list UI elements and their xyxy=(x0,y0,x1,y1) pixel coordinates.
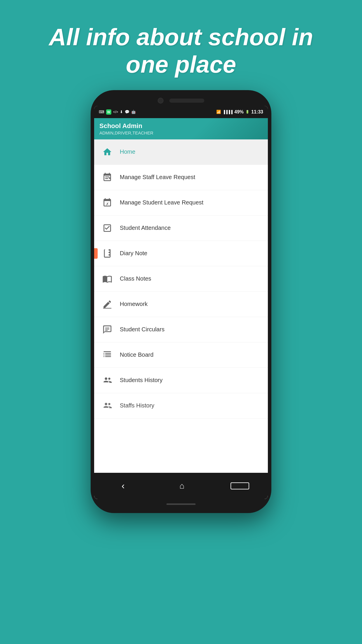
notification-badge xyxy=(94,248,98,259)
svg-rect-3 xyxy=(103,308,111,308)
chat-notification-icon: 💬 xyxy=(125,110,129,114)
pencil-icon xyxy=(100,297,115,312)
clock: 11:33 xyxy=(251,109,263,115)
open-book-icon xyxy=(100,272,115,286)
bottom-navigation: ‹ ⌂ xyxy=(94,473,268,499)
menu-item-home[interactable]: Home xyxy=(94,139,268,165)
menu-label-student-circulars: Student Circulars xyxy=(120,326,164,333)
battery-level: 49% xyxy=(234,109,244,115)
svg-text:✗: ✗ xyxy=(106,202,109,206)
menu-item-students-history[interactable]: Students History xyxy=(94,368,268,393)
signal-icon: ▐▐▐▐ xyxy=(223,110,233,114)
headline-line1: All info about school in xyxy=(49,24,313,50)
menu-label-manage-student-leave: Manage Student Leave Request xyxy=(120,199,203,206)
phone-device: ⌨ W </> ⬇ 💬 🤖 📶 ▐▐▐▐ 49% 🔋 11:33 School … xyxy=(91,90,271,513)
phone-speaker xyxy=(169,99,204,103)
menu-label-homework: Homework xyxy=(120,301,148,307)
menu-item-staffs-history[interactable]: Staffs History xyxy=(94,393,268,419)
list-icon xyxy=(100,348,115,362)
app-header: School Admin ADMIN,DRIVER,TEACHER xyxy=(94,118,268,139)
menu-label-class-notes: Class Notes xyxy=(120,275,151,282)
status-bar: ⌨ W </> ⬇ 💬 🤖 📶 ▐▐▐▐ 49% 🔋 11:33 xyxy=(94,106,268,118)
svg-point-10 xyxy=(105,403,108,405)
back-button[interactable]: ‹ xyxy=(113,477,133,494)
menu-label-students-history: Students History xyxy=(120,377,163,384)
status-right-info: 📶 ▐▐▐▐ 49% 🔋 11:33 xyxy=(216,109,263,115)
recent-apps-button[interactable] xyxy=(231,482,249,489)
people-icon xyxy=(100,373,115,388)
usb-icon: ⬇ xyxy=(120,110,123,114)
calendar-x2-icon: ✗ xyxy=(100,195,115,210)
chat-icon xyxy=(100,322,115,337)
people2-icon xyxy=(100,398,115,413)
home-icon xyxy=(100,145,115,159)
menu-item-class-notes[interactable]: Class Notes xyxy=(94,266,268,292)
headline: All info about school in one place xyxy=(31,0,331,90)
status-left-icons: ⌨ W </> ⬇ 💬 🤖 xyxy=(99,109,136,115)
menu-item-student-circulars[interactable]: Student Circulars xyxy=(94,317,268,342)
menu-label-notice-board: Notice Board xyxy=(120,351,154,358)
menu-label-home: Home xyxy=(120,148,135,155)
battery-icon: 🔋 xyxy=(245,110,249,114)
svg-rect-7 xyxy=(103,351,111,352)
phone-screen: ⌨ W </> ⬇ 💬 🤖 📶 ▐▐▐▐ 49% 🔋 11:33 School … xyxy=(94,106,268,499)
menu-item-manage-student-leave[interactable]: ✗ Manage Student Leave Request xyxy=(94,190,268,216)
menu-label-staffs-history: Staffs History xyxy=(120,402,154,409)
menu-item-diary-note[interactable]: Diary Note xyxy=(94,241,268,266)
menu-label-manage-staff-leave: Manage Staff Leave Request xyxy=(120,174,195,181)
headline-line2: one place xyxy=(126,51,236,78)
phone-bottom xyxy=(94,499,268,510)
android-icon: 🤖 xyxy=(131,110,136,114)
navigation-drawer: Home Manage Staff Leave Request ✗ Manage… xyxy=(94,139,268,473)
whatsapp-icon: W xyxy=(106,109,111,115)
keyboard-icon: ⌨ xyxy=(99,110,104,114)
home-indicator xyxy=(166,503,196,505)
menu-item-notice-board[interactable]: Notice Board xyxy=(94,342,268,368)
book-icon xyxy=(100,246,115,261)
menu-item-homework[interactable]: Homework xyxy=(94,292,268,317)
svg-point-11 xyxy=(108,403,110,405)
phone-camera xyxy=(158,98,164,104)
menu-item-student-attendance[interactable]: Student Attendance xyxy=(94,216,268,241)
checkbox-icon xyxy=(100,221,115,235)
home-button[interactable]: ⌂ xyxy=(171,478,193,494)
svg-point-9 xyxy=(108,377,110,379)
menu-label-diary-note: Diary Note xyxy=(120,250,147,257)
wifi-icon: 📶 xyxy=(216,110,221,114)
code-icon: </> xyxy=(113,110,118,114)
menu-label-student-attendance: Student Attendance xyxy=(120,225,171,231)
app-subtitle: ADMIN,DRIVER,TEACHER xyxy=(99,130,263,135)
phone-top-bar xyxy=(94,94,268,106)
menu-item-manage-staff-leave[interactable]: Manage Staff Leave Request xyxy=(94,165,268,190)
svg-point-8 xyxy=(105,377,108,380)
calendar-x-icon xyxy=(100,170,115,185)
app-title: School Admin xyxy=(99,122,263,130)
